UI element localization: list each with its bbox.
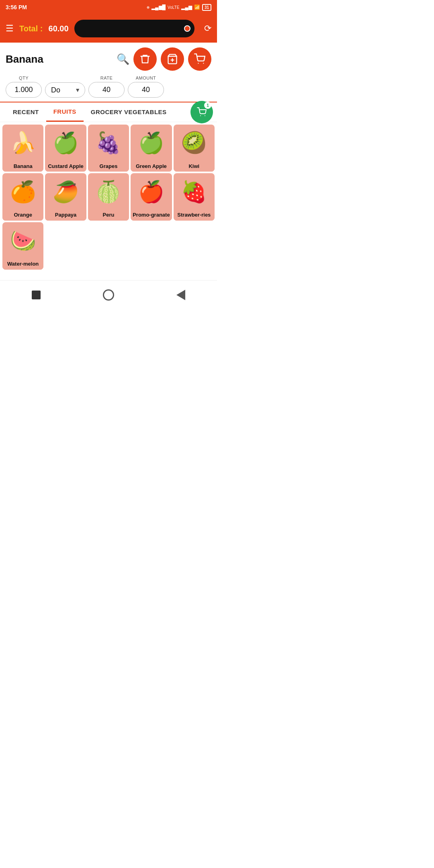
battery-icon: 31 xyxy=(202,4,211,11)
status-time: 3:56 PM xyxy=(6,4,27,10)
qty-label: QTY xyxy=(19,76,29,80)
fruit-card-promo-granate[interactable]: 🍎Promo-granate xyxy=(131,173,172,221)
fruit-label: Custard Apple xyxy=(45,162,86,172)
fruit-label: Banana xyxy=(2,162,43,172)
signal-icon: ▂▄▆█ xyxy=(151,4,166,10)
unit-select-container: Do Kg Pc ▼ xyxy=(45,82,85,98)
status-icons: ⎈ ▂▄▆█ VoLTE ▂▄▆ 📶 31 xyxy=(147,4,211,11)
cart-icon xyxy=(194,53,205,65)
triangle-icon xyxy=(176,290,185,300)
tab-fruits[interactable]: FRUITS xyxy=(46,102,84,122)
fruit-card-water-melon[interactable]: 🍉Water-melon xyxy=(2,222,43,270)
fruit-image: 🍎 xyxy=(131,173,172,210)
amount-input[interactable] xyxy=(128,82,164,98)
fruit-card-custard-apple[interactable]: 🍏Custard Apple xyxy=(45,125,86,172)
fruit-image: 🍇 xyxy=(88,125,129,162)
fruit-card-peru[interactable]: 🍈Peru xyxy=(88,173,129,221)
fruit-label: Orange xyxy=(2,210,43,221)
total-amount: 60.00 xyxy=(49,24,69,33)
delete-button[interactable] xyxy=(133,47,157,71)
circle-icon xyxy=(103,289,114,301)
fruit-card-green-apple[interactable]: 🍏Green Apple xyxy=(131,125,172,172)
fruit-label: Promo-granate xyxy=(131,210,172,221)
search-icon[interactable]: 🔍 xyxy=(117,53,129,66)
scanner-dot xyxy=(184,25,190,32)
fruit-image: 🍉 xyxy=(2,222,43,259)
rate-group: RATE xyxy=(88,76,125,98)
fruit-label: Water-melon xyxy=(2,259,43,270)
fruit-image: 🍈 xyxy=(88,173,129,210)
hamburger-icon[interactable]: ☰ xyxy=(6,23,14,34)
cart-badge-button[interactable]: 1 xyxy=(190,101,213,123)
fruit-card-orange[interactable]: 🍊Orange xyxy=(2,173,43,221)
svg-point-3 xyxy=(205,115,205,116)
fruit-label: Pappaya xyxy=(45,210,86,221)
nav-back-button[interactable] xyxy=(173,287,189,303)
nav-home-button[interactable] xyxy=(100,287,117,303)
signal2-icon: ▂▄▆ xyxy=(181,4,192,10)
cart-count: 1 xyxy=(204,102,211,109)
nav-square-button[interactable] xyxy=(28,287,44,303)
header: ☰ Total : 60.00 ⟳ xyxy=(0,14,217,43)
fruit-image: 🍏 xyxy=(131,125,172,162)
rate-input[interactable] xyxy=(88,82,125,98)
fruit-grid: 🍌Banana🍏Custard Apple🍇Grapes🍏Green Apple… xyxy=(0,122,217,272)
wifi-icon: 📶 xyxy=(194,4,200,10)
amount-group: AMOUNT xyxy=(128,76,164,98)
bottom-nav xyxy=(0,280,217,307)
fruit-image: 🍏 xyxy=(45,125,86,162)
fruit-image: 🍓 xyxy=(174,173,215,210)
status-bar: 3:56 PM ⎈ ▂▄▆█ VoLTE ▂▄▆ 📶 31 xyxy=(0,0,217,14)
cart-button[interactable] xyxy=(188,47,211,71)
fruit-image: 🍊 xyxy=(2,173,43,210)
svg-point-2 xyxy=(200,115,201,116)
tabs: RECENT FRUITS GROCERY VEGETABLES 1 xyxy=(0,102,217,122)
trash-icon xyxy=(139,53,151,65)
item-bar: Banana 🔍 xyxy=(0,43,217,73)
tab-grocery[interactable]: GROCERY VEGETABLES xyxy=(84,103,174,121)
unit-select[interactable]: Do Kg Pc xyxy=(45,82,85,98)
fruit-image: 🥝 xyxy=(174,125,215,162)
amount-label: AMOUNT xyxy=(136,76,156,80)
fruit-image: 🥭 xyxy=(45,173,86,210)
item-name: Banana xyxy=(6,53,113,66)
fruit-label: Grapes xyxy=(88,162,129,172)
rate-label: RATE xyxy=(100,76,113,80)
fruit-label: Strawber-ries xyxy=(174,210,215,221)
add-to-cart-button[interactable] xyxy=(161,47,184,71)
qty-input[interactable] xyxy=(6,82,42,98)
square-icon xyxy=(32,291,41,299)
unit-select-wrapper: . Do Kg Pc ▼ xyxy=(45,76,85,98)
svg-point-0 xyxy=(198,63,199,63)
total-label: Total : xyxy=(19,24,43,33)
fruit-card-banana[interactable]: 🍌Banana xyxy=(2,125,43,172)
fruit-label: Green Apple xyxy=(131,162,172,172)
fruit-image: 🍌 xyxy=(2,125,43,162)
header-scanner xyxy=(74,20,194,37)
fruit-card-grapes[interactable]: 🍇Grapes xyxy=(88,125,129,172)
cart-badge-icon xyxy=(197,107,207,117)
qty-group: QTY xyxy=(6,76,42,98)
add-cart-icon xyxy=(167,53,178,65)
volte-icon: VoLTE xyxy=(168,5,179,10)
refresh-icon[interactable]: ⟳ xyxy=(204,23,211,34)
fruit-label: Kiwi xyxy=(174,162,215,172)
svg-point-1 xyxy=(203,63,204,63)
fruit-card-strawber-ries[interactable]: 🍓Strawber-ries xyxy=(174,173,215,221)
fruit-card-kiwi[interactable]: 🥝Kiwi xyxy=(174,125,215,172)
bluetooth-icon: ⎈ xyxy=(147,4,149,10)
qty-row: QTY . Do Kg Pc ▼ RATE AMOUNT xyxy=(0,73,217,102)
fruit-label: Peru xyxy=(88,210,129,221)
fruit-card-pappaya[interactable]: 🥭Pappaya xyxy=(45,173,86,221)
tab-recent[interactable]: RECENT xyxy=(6,103,46,121)
